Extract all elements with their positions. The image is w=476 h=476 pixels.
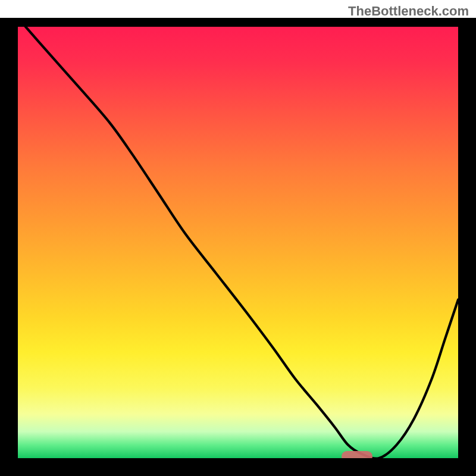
chart-axes [0,18,476,476]
chart-border [9,18,467,467]
watermark-text: TheBottleneck.com [348,4,469,19]
